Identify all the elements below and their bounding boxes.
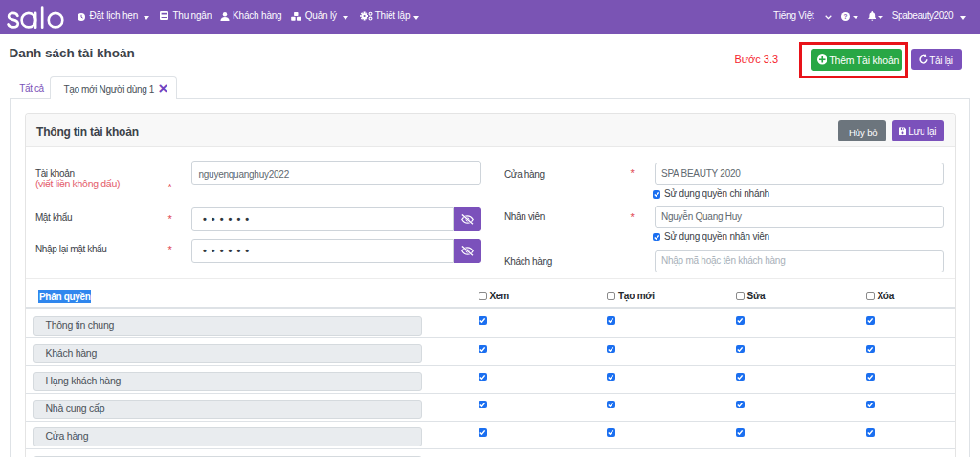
svg-text:?: ?	[843, 13, 847, 20]
